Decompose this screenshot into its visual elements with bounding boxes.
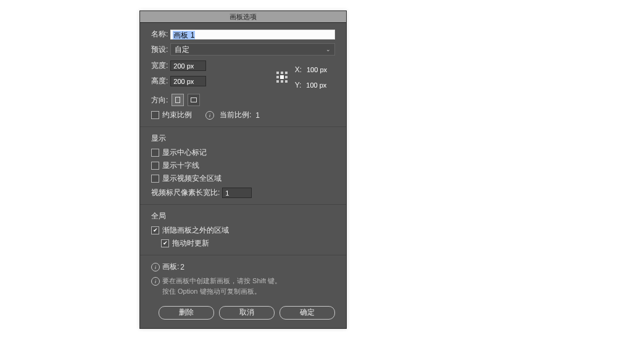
dialog-title: 画板选项 [140, 11, 346, 23]
current-ratio-value: 1 [255, 111, 260, 120]
info-icon: i [205, 111, 214, 120]
show-safe-checkbox[interactable] [151, 175, 159, 183]
height-label: 高度: [151, 76, 168, 86]
pixel-aspect-input[interactable] [222, 188, 252, 198]
fade-outside-label: 渐隐画板之外的区域 [162, 225, 229, 236]
update-on-drag-checkbox[interactable] [161, 239, 169, 247]
show-safe-label: 显示视频安全区域 [162, 173, 222, 184]
orientation-label: 方向: [151, 95, 168, 105]
preset-select[interactable]: 自定 ⌄ [170, 43, 335, 56]
chevron-down-icon: ⌄ [326, 46, 331, 52]
current-ratio-label: 当前比例: [220, 110, 251, 120]
global-section-title: 全局 [151, 211, 335, 221]
width-label: 宽度: [151, 60, 168, 71]
landscape-icon [191, 97, 197, 102]
name-label: 名称: [151, 29, 168, 39]
svg-rect-0 [176, 97, 180, 103]
cancel-button[interactable]: 取消 [219, 306, 275, 320]
y-label: Y: [295, 81, 302, 89]
artboard-options-dialog: 画板选项 名称: 画板 1 预设: 自定 ⌄ 宽度: 高度: [139, 10, 347, 329]
fade-outside-checkbox[interactable] [151, 226, 159, 234]
x-label: X: [295, 65, 302, 74]
display-section-title: 显示 [151, 133, 335, 144]
name-input[interactable]: 画板 1 [170, 30, 335, 39]
info-icon: i [151, 277, 160, 286]
ok-button[interactable]: 确定 [280, 306, 335, 320]
reference-point-picker[interactable] [275, 70, 289, 84]
delete-button[interactable]: 删除 [159, 306, 214, 320]
hint-text: 要在画板中创建新画板，请按 Shift 键。 按住 Option 键拖动可复制画… [162, 276, 281, 296]
show-cross-label: 显示十字线 [162, 160, 199, 171]
update-on-drag-label: 拖动时更新 [172, 238, 209, 249]
show-center-checkbox[interactable] [151, 149, 159, 157]
info-icon: i [151, 263, 160, 271]
artboards-count: 2 [180, 263, 184, 271]
show-cross-checkbox[interactable] [151, 162, 159, 170]
width-input[interactable] [170, 60, 206, 71]
x-input[interactable] [304, 64, 335, 75]
orientation-portrait-button[interactable] [172, 94, 184, 106]
y-input[interactable] [304, 80, 334, 90]
orientation-landscape-button[interactable] [188, 94, 200, 106]
preset-label: 预设: [151, 44, 168, 55]
constrain-proportions-checkbox[interactable] [151, 111, 159, 119]
portrait-icon [175, 97, 180, 103]
height-input[interactable] [170, 76, 206, 86]
svg-rect-1 [191, 98, 197, 102]
constrain-label: 约束比例 [162, 110, 192, 120]
show-center-label: 显示中心标记 [162, 147, 207, 158]
artboards-label: 画板: [162, 262, 179, 272]
pixel-aspect-label: 视频标尺像素长宽比: [151, 188, 220, 198]
